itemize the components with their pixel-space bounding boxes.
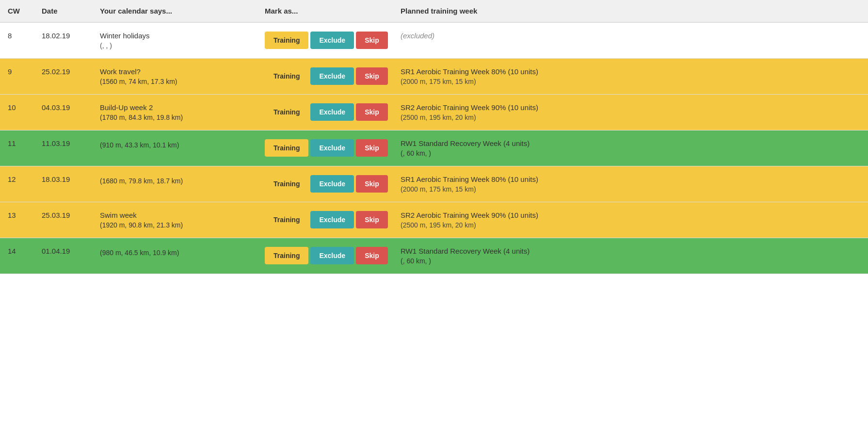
cell-mark: TrainingExcludeSkip [257,166,393,202]
calendar-sub-text: (1680 m, 79.8 km, 18.7 km) [100,177,249,185]
calendar-sub-text: (910 m, 43.3 km, 10.1 km) [100,141,249,149]
cell-calendar: (980 m, 46.5 km, 10.9 km) [92,238,257,274]
skip-button[interactable]: Skip [356,211,388,228]
training-button[interactable]: Training [265,67,308,85]
cell-calendar: Work travel?(1560 m, 74 km, 17.3 km) [92,59,257,95]
planned-main-text: SR1 Aerobic Training Week 80% (10 units) [401,67,860,76]
planned-main-text: RW1 Standard Recovery Week (4 units) [401,139,860,147]
cell-date: 25.02.19 [34,59,92,95]
cell-calendar: (910 m, 43.3 km, 10.1 km) [92,130,257,166]
cell-mark: TrainingExcludeSkip [257,22,393,59]
exclude-button[interactable]: Exclude [310,175,354,193]
table-row: 1218.03.19(1680 m, 79.8 km, 18.7 km)Trai… [0,166,868,202]
table-row: 1401.04.19(980 m, 46.5 km, 10.9 km)Train… [0,238,868,274]
cell-calendar: (1680 m, 79.8 km, 18.7 km) [92,166,257,202]
button-group: TrainingExcludeSkip [265,32,385,49]
cell-cw: 9 [0,59,34,95]
planned-sub-text: (2000 m, 175 km, 15 km) [401,185,860,193]
header-calendar: Your calendar says... [92,0,257,22]
exclude-button[interactable]: Exclude [310,67,354,85]
training-button[interactable]: Training [265,247,308,264]
cell-planned: SR1 Aerobic Training Week 80% (10 units)… [393,166,868,202]
button-group: TrainingExcludeSkip [265,139,385,157]
button-group: TrainingExcludeSkip [265,211,385,228]
planned-sub-text: (, 60 km, ) [401,257,860,265]
training-button[interactable]: Training [265,175,308,193]
exclude-button[interactable]: Exclude [310,139,354,157]
cell-cw: 12 [0,166,34,202]
cell-date: 18.03.19 [34,166,92,202]
training-button[interactable]: Training [265,139,308,157]
calendar-sub-text: (1780 m, 84.3 km, 19.8 km) [100,113,249,121]
button-group: TrainingExcludeSkip [265,175,385,193]
calendar-sub-text: (1920 m, 90.8 km, 21.3 km) [100,221,249,229]
button-group: TrainingExcludeSkip [265,103,385,121]
skip-button[interactable]: Skip [356,103,388,121]
calendar-main-text: Winter holidays [100,32,249,40]
cell-cw: 14 [0,238,34,274]
calendar-main-text: Swim week [100,211,249,219]
button-group: TrainingExcludeSkip [265,247,385,264]
table-header: CW Date Your calendar says... Mark as...… [0,0,868,22]
table-row: 1325.03.19Swim week(1920 m, 90.8 km, 21.… [0,202,868,238]
cell-mark: TrainingExcludeSkip [257,238,393,274]
cell-calendar: Swim week(1920 m, 90.8 km, 21.3 km) [92,202,257,238]
cell-planned: (excluded) [393,22,868,59]
exclude-button[interactable]: Exclude [310,247,354,264]
cell-planned: RW1 Standard Recovery Week (4 units)(, 6… [393,238,868,274]
calendar-sub-text: (980 m, 46.5 km, 10.9 km) [100,249,249,257]
header-planned: Planned training week [393,0,868,22]
skip-button[interactable]: Skip [356,247,388,264]
header-date: Date [34,0,92,22]
cell-date: 04.03.19 [34,95,92,130]
training-button[interactable]: Training [265,103,308,121]
training-button[interactable]: Training [265,211,308,228]
cell-date: 11.03.19 [34,130,92,166]
planned-sub-text: (2000 m, 175 km, 15 km) [401,78,860,85]
cell-calendar: Build-Up week 2(1780 m, 84.3 km, 19.8 km… [92,95,257,130]
table-row: 1111.03.19(910 m, 43.3 km, 10.1 km)Train… [0,130,868,166]
planned-sub-text: (2500 m, 195 km, 20 km) [401,113,860,121]
header-cw: CW [0,0,34,22]
planned-sub-text: (2500 m, 195 km, 20 km) [401,221,860,229]
calendar-main-text: Build-Up week 2 [100,103,249,112]
table-row: 818.02.19Winter holidays(, , )TrainingEx… [0,22,868,59]
skip-button[interactable]: Skip [356,32,388,49]
cell-date: 01.04.19 [34,238,92,274]
exclude-button[interactable]: Exclude [310,103,354,121]
calendar-sub-text: (, , ) [100,42,249,49]
skip-button[interactable]: Skip [356,139,388,157]
cell-mark: TrainingExcludeSkip [257,202,393,238]
cell-cw: 10 [0,95,34,130]
cell-cw: 11 [0,130,34,166]
planned-main-text: SR1 Aerobic Training Week 80% (10 units) [401,175,860,183]
table-row: 1004.03.19Build-Up week 2(1780 m, 84.3 k… [0,95,868,130]
training-button[interactable]: Training [265,32,308,49]
cell-date: 18.02.19 [34,22,92,59]
calendar-main-text: Work travel? [100,67,249,76]
cell-mark: TrainingExcludeSkip [257,59,393,95]
cell-mark: TrainingExcludeSkip [257,130,393,166]
cell-cw: 13 [0,202,34,238]
exclude-button[interactable]: Exclude [310,32,354,49]
table-row: 925.02.19Work travel?(1560 m, 74 km, 17.… [0,59,868,95]
button-group: TrainingExcludeSkip [265,67,385,85]
cell-calendar: Winter holidays(, , ) [92,22,257,59]
exclude-button[interactable]: Exclude [310,211,354,228]
calendar-sub-text: (1560 m, 74 km, 17.3 km) [100,78,249,85]
planned-main-text: SR2 Aerobic Training Week 90% (10 units) [401,103,860,112]
cell-date: 25.03.19 [34,202,92,238]
cell-cw: 8 [0,22,34,59]
planned-main-text: SR2 Aerobic Training Week 90% (10 units) [401,211,860,219]
skip-button[interactable]: Skip [356,67,388,85]
cell-planned: RW1 Standard Recovery Week (4 units)(, 6… [393,130,868,166]
cell-mark: TrainingExcludeSkip [257,95,393,130]
skip-button[interactable]: Skip [356,175,388,193]
cell-planned: SR2 Aerobic Training Week 90% (10 units)… [393,95,868,130]
header-mark: Mark as... [257,0,393,22]
excluded-text: (excluded) [401,32,860,40]
planned-main-text: RW1 Standard Recovery Week (4 units) [401,247,860,255]
planned-sub-text: (, 60 km, ) [401,149,860,157]
cell-planned: SR2 Aerobic Training Week 90% (10 units)… [393,202,868,238]
cell-planned: SR1 Aerobic Training Week 80% (10 units)… [393,59,868,95]
